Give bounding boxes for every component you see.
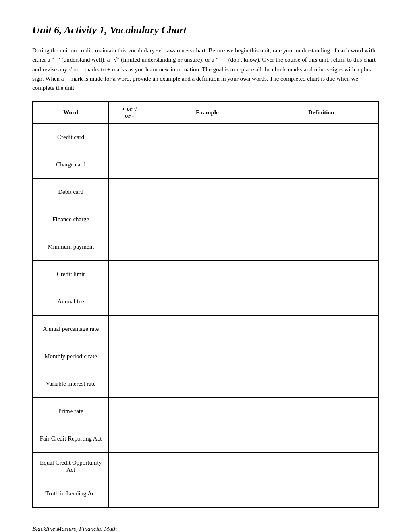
word-cell: Monthly periodic rate [33, 343, 109, 370]
table-row: Credit card [33, 124, 378, 151]
definition-cell[interactable] [264, 288, 378, 316]
rating-cell[interactable] [109, 179, 150, 206]
rating-cell[interactable] [109, 151, 150, 179]
header-definition: Definition [264, 101, 378, 124]
rating-cell[interactable] [109, 124, 150, 151]
example-cell[interactable] [150, 480, 264, 507]
table-row: Annual percentage rate [33, 316, 378, 343]
example-cell[interactable] [150, 398, 264, 425]
example-cell[interactable] [150, 343, 264, 370]
rating-cell[interactable] [109, 425, 150, 453]
table-row: Finance charge [33, 206, 378, 233]
example-cell[interactable] [150, 288, 264, 316]
example-cell[interactable] [150, 316, 264, 343]
example-cell[interactable] [150, 124, 264, 151]
definition-cell[interactable] [264, 453, 378, 480]
table-row: Variable interest rate [33, 370, 378, 398]
word-cell: Credit card [33, 124, 109, 151]
word-cell: Equal Credit Opportunity Act [33, 453, 109, 480]
rating-cell[interactable] [109, 343, 150, 370]
footer: Blackline Masters, Financial Math Louisi… [32, 524, 379, 532]
example-cell[interactable] [150, 425, 264, 453]
definition-cell[interactable] [264, 425, 378, 453]
example-cell[interactable] [150, 151, 264, 179]
definition-cell[interactable] [264, 206, 378, 233]
rating-cell[interactable] [109, 480, 150, 507]
rating-cell[interactable] [109, 453, 150, 480]
vocabulary-table: Word + or √or - Example Definition Credi… [32, 101, 379, 508]
table-row: Monthly periodic rate [33, 343, 378, 370]
word-cell: Debit card [33, 179, 109, 206]
word-cell: Fair Credit Reporting Act [33, 425, 109, 453]
example-cell[interactable] [150, 179, 264, 206]
footer-line1: Blackline Masters, Financial Math [32, 524, 160, 532]
table-row: Truth in Lending Act [33, 480, 378, 507]
table-row: Annual fee [33, 288, 378, 316]
rating-cell[interactable] [109, 233, 150, 261]
definition-cell[interactable] [264, 316, 378, 343]
word-cell: Credit limit [33, 261, 109, 288]
word-cell: Variable interest rate [33, 370, 109, 398]
table-row: Debit card [33, 179, 378, 206]
word-cell: Charge card [33, 151, 109, 179]
intro-text: During the unit on credit, maintain this… [32, 46, 379, 93]
table-row: Prime rate [33, 398, 378, 425]
example-cell[interactable] [150, 453, 264, 480]
rating-cell[interactable] [109, 206, 150, 233]
header-example: Example [150, 101, 264, 124]
definition-cell[interactable] [264, 398, 378, 425]
example-cell[interactable] [150, 233, 264, 261]
table-row: Equal Credit Opportunity Act [33, 453, 378, 480]
rating-cell[interactable] [109, 261, 150, 288]
example-cell[interactable] [150, 370, 264, 398]
header-word: Word [33, 101, 109, 124]
word-cell: Minimum payment [33, 233, 109, 261]
word-cell: Prime rate [33, 398, 109, 425]
footer-left: Blackline Masters, Financial Math Louisi… [32, 524, 160, 532]
table-row: Fair Credit Reporting Act [33, 425, 378, 453]
table-row: Credit limit [33, 261, 378, 288]
definition-cell[interactable] [264, 124, 378, 151]
definition-cell[interactable] [264, 370, 378, 398]
header-rating: + or √or - [109, 101, 150, 124]
definition-cell[interactable] [264, 179, 378, 206]
rating-cell[interactable] [109, 398, 150, 425]
rating-cell[interactable] [109, 288, 150, 316]
word-cell: Finance charge [33, 206, 109, 233]
definition-cell[interactable] [264, 343, 378, 370]
rating-cell[interactable] [109, 316, 150, 343]
definition-cell[interactable] [264, 233, 378, 261]
example-cell[interactable] [150, 261, 264, 288]
word-cell: Annual fee [33, 288, 109, 316]
definition-cell[interactable] [264, 261, 378, 288]
definition-cell[interactable] [264, 480, 378, 507]
rating-cell[interactable] [109, 370, 150, 398]
definition-cell[interactable] [264, 151, 378, 179]
table-row: Charge card [33, 151, 378, 179]
word-cell: Annual percentage rate [33, 316, 109, 343]
word-cell: Truth in Lending Act [33, 480, 109, 507]
example-cell[interactable] [150, 206, 264, 233]
page-title: Unit 6, Activity 1, Vocabulary Chart [32, 24, 379, 36]
table-row: Minimum payment [33, 233, 378, 261]
